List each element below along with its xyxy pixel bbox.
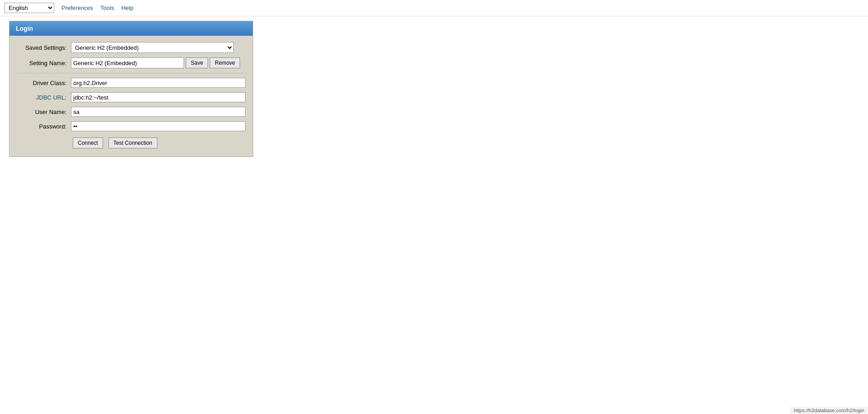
setting-name-label: Setting Name:: [17, 60, 71, 67]
remove-button[interactable]: Remove: [210, 57, 240, 68]
user-name-input[interactable]: [71, 107, 245, 117]
driver-class-input[interactable]: [71, 78, 245, 88]
language-select[interactable]: English German French Spanish: [5, 3, 54, 13]
saved-settings-row: Saved Settings: Generic H2 (Embedded) Ge…: [17, 42, 245, 53]
jdbc-url-row: JDBC URL:: [17, 92, 245, 102]
preferences-menu-item[interactable]: Preferences: [61, 5, 93, 11]
form-divider: [17, 73, 245, 73]
help-menu-item[interactable]: Help: [121, 5, 133, 11]
jdbc-url-label[interactable]: JDBC URL:: [17, 94, 71, 101]
login-body: Saved Settings: Generic H2 (Embedded) Ge…: [9, 36, 253, 157]
login-panel: Login Saved Settings: Generic H2 (Embedd…: [9, 21, 253, 157]
jdbc-url-input[interactable]: [71, 92, 245, 102]
driver-class-label: Driver Class:: [17, 80, 71, 86]
buttons-row: Connect Test Connection: [17, 138, 245, 148]
saved-settings-label: Saved Settings:: [17, 44, 71, 51]
login-title: Login: [16, 25, 33, 32]
password-label: Password:: [17, 123, 71, 130]
login-header: Login: [9, 21, 253, 36]
top-menu-bar: English German French Spanish Preference…: [0, 0, 868, 16]
password-row: Password:: [17, 121, 245, 131]
saved-settings-select[interactable]: Generic H2 (Embedded) Generic H2 (Server…: [71, 42, 234, 53]
tools-menu-item[interactable]: Tools: [100, 5, 114, 11]
test-connection-button[interactable]: Test Connection: [108, 138, 157, 148]
user-name-row: User Name:: [17, 107, 245, 117]
save-button[interactable]: Save: [186, 57, 208, 68]
driver-class-row: Driver Class:: [17, 78, 245, 88]
connect-button[interactable]: Connect: [73, 138, 103, 148]
user-name-label: User Name:: [17, 109, 71, 115]
setting-name-input[interactable]: [71, 57, 184, 68]
setting-name-row: Setting Name: Save Remove: [17, 57, 245, 68]
password-input[interactable]: [71, 121, 245, 131]
